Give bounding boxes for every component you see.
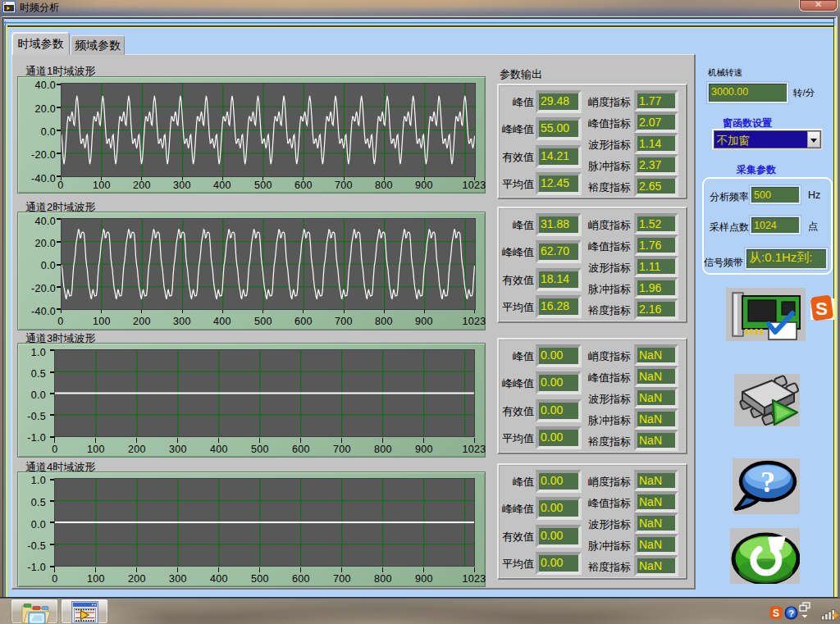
svg-text:?: ? bbox=[760, 466, 775, 499]
svg-text:?: ? bbox=[788, 608, 794, 618]
svg-text:S: S bbox=[815, 298, 828, 319]
svg-text:S: S bbox=[773, 608, 779, 619]
